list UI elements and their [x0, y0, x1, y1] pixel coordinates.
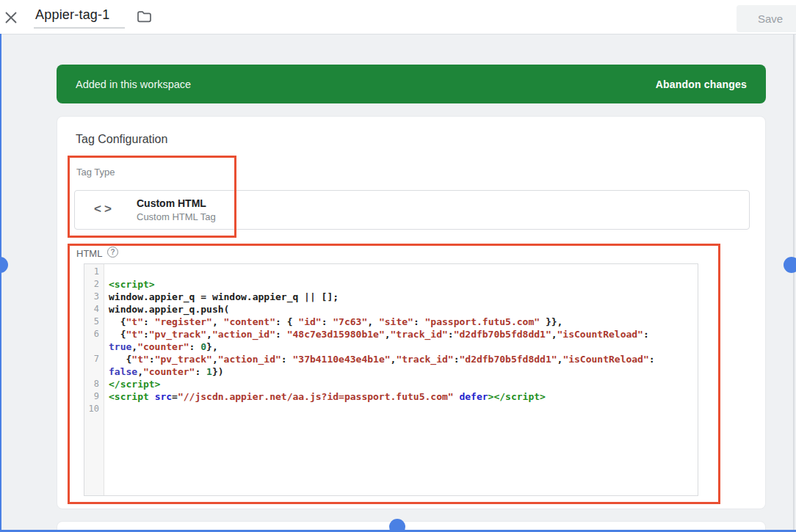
selection-edge-left [0, 34, 1, 532]
code-line: 7 {"t":"pv_track","action_id": "37b4110e… [84, 353, 698, 365]
workspace-status-banner: Added in this workspace Abandon changes [57, 65, 766, 103]
header: Appier-tag-1 Save [0, 0, 796, 34]
close-icon[interactable] [4, 11, 18, 24]
code-brackets-icon: <> [94, 202, 115, 216]
banner-message: Added in this workspace [76, 79, 191, 90]
help-icon[interactable]: ? [107, 247, 118, 258]
selection-handle-bottom[interactable] [389, 519, 405, 532]
html-field-label: HTML [76, 248, 102, 259]
gtm-tag-editor-screen: Appier-tag-1 Save Added in this workspac… [0, 0, 796, 532]
code-line: 9<script src="//jscdn.appier.net/aa.js?i… [84, 390, 698, 403]
code-line: true,"counter": 0}, [84, 340, 698, 353]
tag-configuration-card: Tag Configuration Tag Type <> Custom HTM… [57, 116, 766, 509]
page-title: Appier-tag-1 [34, 7, 125, 29]
html-code-editor[interactable]: 12<script>3window.appier_q = window.appi… [84, 263, 698, 496]
code-line: 4window.appier_q.push( [84, 303, 698, 316]
selection-handle-right[interactable] [784, 257, 796, 273]
scrollbar-track[interactable] [793, 34, 795, 532]
code-line: 1 [84, 266, 698, 278]
code-line: 2<script> [84, 278, 698, 291]
code-rows: 12<script>3window.appier_q = window.appi… [84, 266, 698, 415]
tag-type-label: Tag Type [76, 167, 115, 178]
code-line: false,"counter": 1}) [84, 365, 698, 378]
tag-type-name: Custom HTML [137, 197, 206, 209]
abandon-changes-button[interactable]: Abandon changes [656, 79, 747, 90]
code-line: 6 {"t":"pv_track","action_id": "48c7e3d1… [84, 328, 698, 340]
tag-name-field[interactable]: Appier-tag-1 [34, 7, 125, 29]
section-title: Tag Configuration [76, 133, 167, 146]
code-line: 8</script> [84, 378, 698, 390]
selection-handle-left[interactable] [0, 257, 8, 273]
code-line: 5 {"t": "register", "content": { "id": "… [84, 316, 698, 328]
tag-type-description: Custom HTML Tag [137, 211, 216, 222]
folder-icon[interactable] [137, 10, 152, 23]
tag-type-selector[interactable]: <> Custom HTML Custom HTML Tag [74, 190, 750, 230]
code-line: 10 [84, 403, 698, 415]
save-button[interactable]: Save [737, 5, 796, 32]
code-line: 3window.appier_q = window.appier_q || []… [84, 291, 698, 303]
